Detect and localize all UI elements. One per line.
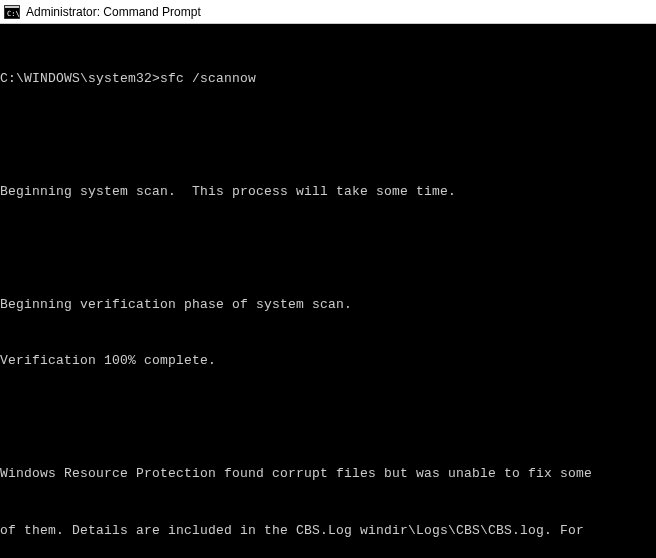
terminal-line bbox=[0, 409, 656, 428]
terminal-line bbox=[0, 239, 656, 258]
terminal-line: of them. Details are included in the CBS… bbox=[0, 522, 656, 541]
terminal-line: Verification 100% complete. bbox=[0, 352, 656, 371]
window-title: Administrator: Command Prompt bbox=[26, 5, 201, 19]
svg-rect-1 bbox=[5, 6, 19, 8]
svg-text:C:\: C:\ bbox=[7, 10, 20, 18]
terminal-line bbox=[0, 126, 656, 145]
terminal-line: Windows Resource Protection found corrup… bbox=[0, 465, 656, 484]
terminal-output[interactable]: C:\WINDOWS\system32>sfc /scannow Beginni… bbox=[0, 24, 656, 558]
terminal-line: Beginning system scan. This process will… bbox=[0, 183, 656, 202]
window-titlebar[interactable]: C:\ Administrator: Command Prompt bbox=[0, 0, 656, 24]
terminal-line: C:\WINDOWS\system32>sfc /scannow bbox=[0, 70, 656, 89]
terminal-line: Beginning verification phase of system s… bbox=[0, 296, 656, 315]
cmd-icon: C:\ bbox=[4, 5, 20, 19]
